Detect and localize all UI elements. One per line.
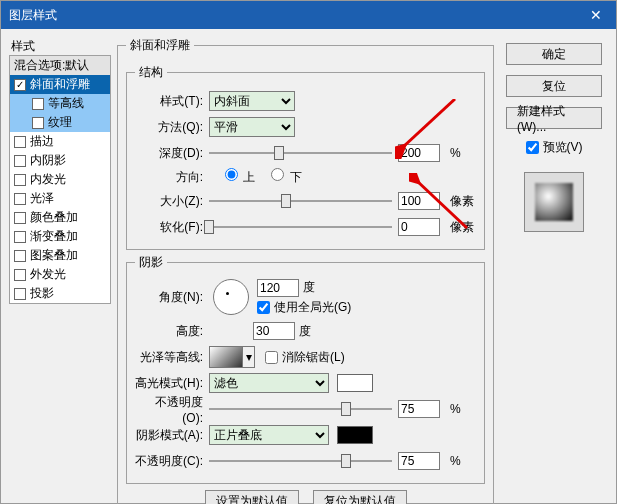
checkbox-icon[interactable] (32, 98, 44, 110)
style-item-label: 光泽 (30, 190, 54, 207)
size-label: 大小(Z): (135, 193, 209, 210)
hi-opacity-slider[interactable] (209, 400, 392, 418)
hi-mode-select[interactable]: 滤色 (209, 373, 329, 393)
angle-dial[interactable] (213, 279, 249, 315)
gloss-contour-picker[interactable] (209, 346, 243, 368)
shading-group: 阴影 角度(N): 度 使用全局光(G) 高度: (126, 254, 485, 484)
altitude-label: 高度: (135, 323, 209, 340)
style-item-label: 外发光 (30, 266, 66, 283)
depth-unit: % (450, 146, 476, 160)
reset-default-button[interactable]: 复位为默认值 (313, 490, 407, 504)
hi-mode-label: 高光模式(H): (135, 375, 209, 392)
dialog-title: 图层样式 (9, 7, 57, 24)
style-label: 样式(T): (135, 93, 209, 110)
style-item-label: 等高线 (48, 95, 84, 112)
sh-opacity-slider[interactable] (209, 452, 392, 470)
style-item-11[interactable]: 投影 (10, 284, 110, 303)
soften-slider[interactable] (209, 218, 392, 236)
depth-input[interactable] (398, 144, 440, 162)
style-item-label: 图案叠加 (30, 247, 78, 264)
hi-opacity-label: 不透明度(O): (135, 394, 209, 425)
style-item-7[interactable]: 颜色叠加 (10, 208, 110, 227)
preview-box (524, 172, 584, 232)
checkbox-icon[interactable] (14, 79, 26, 91)
style-item-9[interactable]: 图案叠加 (10, 246, 110, 265)
gloss-label: 光泽等高线: (135, 349, 209, 366)
style-item-label: 内发光 (30, 171, 66, 188)
structure-group: 结构 样式(T): 内斜面 方法(Q): 平滑 深度(D): (126, 64, 485, 250)
style-item-6[interactable]: 光泽 (10, 189, 110, 208)
soften-unit: 像素 (450, 219, 476, 236)
style-item-10[interactable]: 外发光 (10, 265, 110, 284)
altitude-unit: 度 (299, 323, 311, 340)
sh-opacity-input[interactable] (398, 452, 440, 470)
antialias-check[interactable]: 消除锯齿(L) (265, 349, 345, 366)
bevel-group: 斜面和浮雕 结构 样式(T): 内斜面 方法(Q): 平滑 深度(D): (117, 37, 494, 504)
checkbox-icon[interactable] (14, 212, 26, 224)
style-item-4[interactable]: 内阴影 (10, 151, 110, 170)
checkbox-icon[interactable] (14, 155, 26, 167)
checkbox-icon[interactable] (14, 231, 26, 243)
blend-options-item[interactable]: 混合选项:默认 (10, 56, 110, 75)
checkbox-icon[interactable] (14, 193, 26, 205)
style-item-label: 内阴影 (30, 152, 66, 169)
size-input[interactable] (398, 192, 440, 210)
altitude-input[interactable] (253, 322, 295, 340)
soften-input[interactable] (398, 218, 440, 236)
style-item-3[interactable]: 描边 (10, 132, 110, 151)
checkbox-icon[interactable] (32, 117, 44, 129)
soften-label: 软化(F): (135, 219, 209, 236)
hi-opacity-unit: % (450, 402, 476, 416)
sh-opacity-unit: % (450, 454, 476, 468)
make-default-button[interactable]: 设置为默认值 (205, 490, 299, 504)
size-unit: 像素 (450, 193, 476, 210)
angle-label: 角度(N): (135, 289, 209, 306)
preview-check[interactable]: 预览(V) (526, 139, 583, 156)
style-select[interactable]: 内斜面 (209, 91, 295, 111)
style-item-5[interactable]: 内发光 (10, 170, 110, 189)
angle-input[interactable] (257, 279, 299, 297)
style-item-label: 纹理 (48, 114, 72, 131)
close-button[interactable]: ✕ (576, 1, 616, 29)
sh-color-swatch[interactable] (337, 426, 373, 444)
chevron-down-icon[interactable]: ▾ (243, 346, 255, 368)
technique-label: 方法(Q): (135, 119, 209, 136)
ok-button[interactable]: 确定 (506, 43, 602, 65)
hi-color-swatch[interactable] (337, 374, 373, 392)
style-item-label: 颜色叠加 (30, 209, 78, 226)
style-item-label: 描边 (30, 133, 54, 150)
dir-up-radio[interactable]: 上 (225, 168, 255, 186)
style-item-2[interactable]: 纹理 (10, 113, 110, 132)
sh-mode-label: 阴影模式(A): (135, 427, 209, 444)
technique-select[interactable]: 平滑 (209, 117, 295, 137)
global-light-check[interactable]: 使用全局光(G) (257, 299, 351, 316)
style-list: 混合选项:默认斜面和浮雕等高线纹理描边内阴影内发光光泽颜色叠加渐变叠加图案叠加外… (9, 55, 111, 304)
checkbox-icon[interactable] (14, 269, 26, 281)
styles-header: 样式 (9, 37, 111, 55)
checkbox-icon[interactable] (14, 174, 26, 186)
dir-down-radio[interactable]: 下 (271, 168, 301, 186)
checkbox-icon[interactable] (14, 288, 26, 300)
style-item-label: 投影 (30, 285, 54, 302)
structure-title: 结构 (135, 64, 167, 81)
direction-label: 方向: (135, 169, 209, 186)
style-item-label: 渐变叠加 (30, 228, 78, 245)
hi-opacity-input[interactable] (398, 400, 440, 418)
checkbox-icon[interactable] (14, 250, 26, 262)
style-item-8[interactable]: 渐变叠加 (10, 227, 110, 246)
size-slider[interactable] (209, 192, 392, 210)
shading-title: 阴影 (135, 254, 167, 271)
sh-mode-select[interactable]: 正片叠底 (209, 425, 329, 445)
checkbox-icon[interactable] (14, 136, 26, 148)
style-item-label: 斜面和浮雕 (30, 76, 90, 93)
style-item-1[interactable]: 等高线 (10, 94, 110, 113)
angle-unit: 度 (303, 279, 315, 296)
sh-opacity-label: 不透明度(C): (135, 453, 209, 470)
new-style-button[interactable]: 新建样式(W)... (506, 107, 602, 129)
style-item-0[interactable]: 斜面和浮雕 (10, 75, 110, 94)
depth-slider[interactable] (209, 144, 392, 162)
cancel-button[interactable]: 复位 (506, 75, 602, 97)
bevel-group-title: 斜面和浮雕 (126, 37, 194, 54)
depth-label: 深度(D): (135, 145, 209, 162)
